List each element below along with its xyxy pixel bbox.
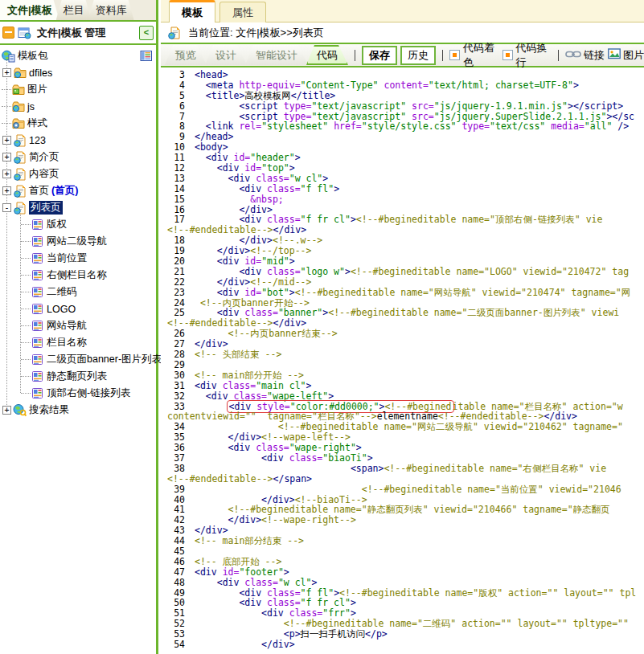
tree-item-当前位置[interactable]: 当前位置: [0, 250, 156, 267]
tree-item-网站二级导航[interactable]: 网站二级导航: [0, 233, 156, 250]
line-number: 3: [164, 70, 185, 80]
tree-branch-line: [21, 309, 31, 309]
tree-item-label[interactable]: 当前位置: [47, 251, 87, 265]
tpl-icon: [31, 219, 44, 231]
image-icon: [608, 48, 621, 62]
tab-design[interactable]: 设计: [205, 45, 247, 65]
details-view-icon[interactable]: [139, 50, 153, 63]
tree-item-网站导航[interactable]: 网站导航: [0, 317, 156, 334]
tree-item-右侧栏目名称[interactable]: 右侧栏目名称: [0, 267, 156, 284]
tpl-icon: [31, 354, 44, 366]
tree-item-二维码[interactable]: 二维码: [0, 284, 156, 300]
tab-library[interactable]: 资料库: [88, 0, 134, 20]
code-wrap-toggle-icon[interactable]: [502, 50, 513, 60]
tab-template[interactable]: 模板: [169, 0, 215, 22]
code-editor[interactable]: 3<head>4 <meta http-equiv="Content-Type"…: [161, 67, 644, 652]
line-number: 39: [164, 484, 185, 495]
link-icon: [565, 49, 581, 61]
main-tab-bar: 模板 属性: [161, 0, 644, 22]
expand-plus-icon[interactable]: +: [2, 186, 11, 195]
expand-plus-icon[interactable]: +: [2, 170, 11, 178]
expand-plus-icon[interactable]: +: [2, 136, 11, 145]
tree-item-label[interactable]: 静态翻页列表: [47, 370, 107, 383]
tree-item-顶部右侧-链接列表[interactable]: 顶部右侧-链接列表: [0, 385, 156, 402]
line-number: 4: [164, 80, 185, 91]
tree-item-内容页[interactable]: +内容页: [0, 166, 156, 182]
tree-item-label[interactable]: 网站导航: [47, 319, 87, 333]
tab-file-template[interactable]: 文件|模板: [0, 0, 59, 20]
code-line-44: 44<!-- main部分结束 -->: [164, 536, 644, 546]
tree-item-label[interactable]: 模板包: [18, 49, 48, 63]
sidebar-collapse-button[interactable]: <: [139, 26, 154, 40]
page-globe-icon: [167, 27, 181, 39]
history-button[interactable]: 历史: [400, 46, 436, 65]
tpl-icon: [31, 320, 44, 333]
tree-item-label[interactable]: LOGO: [47, 304, 76, 315]
tree-branch-line: [2, 123, 11, 124]
insert-link-button[interactable]: 链接: [565, 48, 605, 63]
breadcrumb: 当前位置: 文件|模板>>列表页: [188, 26, 324, 40]
tree-branch-line: [21, 342, 31, 343]
tree-item-二级页面banner-图片列表[interactable]: 二级页面banner-图片列表: [0, 351, 156, 368]
tree-item-首页[interactable]: +首页(首页): [0, 182, 156, 199]
tree-item-dfiles[interactable]: +dfiles: [0, 64, 156, 81]
line-number: 5: [164, 91, 185, 101]
tab-smart-design[interactable]: 智能设计: [245, 45, 308, 65]
tree-item-列表页[interactable]: -列表页: [0, 199, 156, 216]
tree-item-label[interactable]: js: [27, 101, 35, 112]
collapse-minus-icon[interactable]: -: [2, 203, 11, 212]
app-window: 文件|模板 栏目 资料库 文件|模板 管理 < 模板包+dfiles图片js样式…: [0, 0, 644, 654]
tree-item-label[interactable]: 123: [29, 135, 46, 146]
tree-item-搜索结果[interactable]: +搜索结果: [0, 402, 156, 419]
tree-item-label[interactable]: dfiles: [29, 67, 52, 79]
tree-item-简介页[interactable]: +简介页: [0, 149, 156, 166]
tree-item-label[interactable]: 样式: [27, 116, 47, 130]
tree-item-栏目名称[interactable]: 栏目名称: [0, 334, 156, 351]
tree-item-label[interactable]: 右侧栏目名称: [47, 268, 107, 282]
tpl-icon: [31, 286, 44, 299]
tree-item-label[interactable]: 栏目名称: [47, 336, 87, 349]
tree-item-label[interactable]: 顶部右侧-链接列表: [47, 386, 130, 400]
pkg-icon: [2, 50, 15, 63]
tree-item-label[interactable]: 内容页: [29, 167, 59, 181]
collapse-all-icon[interactable]: [2, 27, 14, 39]
code-wrap-toggle-label[interactable]: 代码换行: [516, 41, 552, 70]
tree-item-label[interactable]: 列表页: [29, 201, 63, 215]
tree-item-LOGO[interactable]: LOGO: [0, 300, 156, 317]
expand-plus-icon[interactable]: +: [2, 406, 11, 415]
tree-item-label[interactable]: 首页: [29, 184, 49, 198]
save-button[interactable]: 保存: [362, 46, 397, 65]
tab-code[interactable]: 代码: [306, 45, 348, 65]
tab-preview[interactable]: 预览: [165, 45, 207, 65]
tree-item-静态翻页列表[interactable]: 静态翻页列表: [0, 368, 156, 385]
folder-globe-icon: [13, 67, 27, 80]
tree-item-图片[interactable]: 图片: [0, 81, 156, 98]
tree-item-版权[interactable]: 版权: [0, 216, 156, 233]
insert-image-button[interactable]: 图片: [608, 48, 644, 63]
code-color-toggle-icon[interactable]: [449, 50, 460, 60]
tree-item-js[interactable]: js: [0, 98, 156, 115]
code-color-toggle-label[interactable]: 代码着色: [463, 41, 499, 70]
tree-item-模板包[interactable]: 模板包: [0, 47, 156, 64]
expand-plus-icon[interactable]: +: [2, 153, 11, 161]
toolbar-divider: [558, 50, 559, 61]
line-number: 32: [164, 391, 185, 402]
tree-item-样式[interactable]: 样式: [0, 115, 156, 132]
tree-item-label[interactable]: 二维码: [47, 285, 77, 299]
tree-item-label[interactable]: 图片: [27, 83, 47, 96]
tree-item-label[interactable]: 搜索结果: [29, 403, 69, 417]
manage-title: 文件|模板 管理: [37, 26, 136, 40]
code-line-9: 9</head>: [164, 132, 644, 142]
tree-item-123[interactable]: +123: [0, 132, 156, 149]
tree-item-label[interactable]: 版权: [47, 218, 67, 231]
line-number: 23: [164, 288, 185, 298]
tree-item-label[interactable]: 二级页面banner-图片列表: [47, 353, 162, 366]
tab-properties[interactable]: 属性: [219, 2, 266, 22]
tpl-icon: [31, 252, 44, 265]
tree-item-label[interactable]: 网站二级导航: [47, 235, 107, 248]
line-number: 12: [164, 163, 185, 174]
tab-column[interactable]: 栏目: [56, 0, 92, 20]
expand-plus-icon[interactable]: +: [2, 68, 11, 77]
sidebar: 文件|模板 栏目 资料库 文件|模板 管理 < 模板包+dfiles图片js样式…: [0, 0, 158, 654]
tree-item-label[interactable]: 简介页: [29, 150, 59, 164]
